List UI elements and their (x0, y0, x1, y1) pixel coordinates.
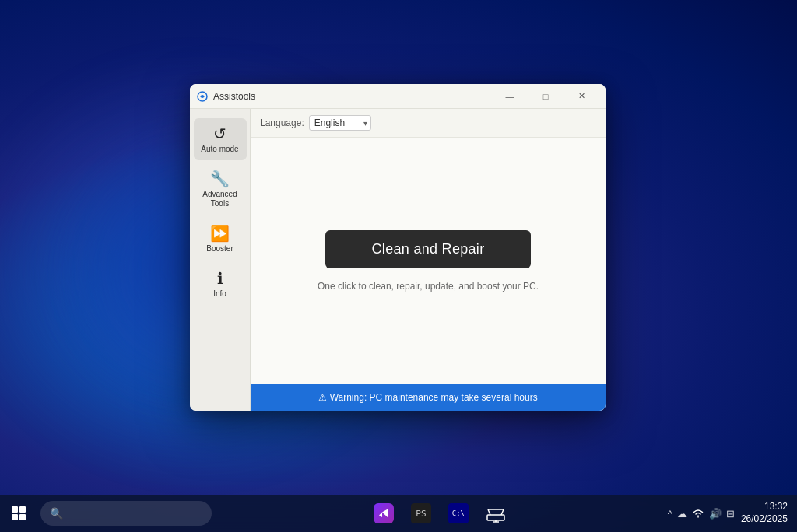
svg-line-2 (488, 509, 490, 515)
taskbar-app-cmd[interactable]: C:\ (441, 496, 476, 530)
sidebar-item-booster[interactable]: ⏩ Booster (194, 218, 247, 260)
app-window: Assistools — □ ✕ ↺ Auto mode 🔧 Advanced … (190, 84, 606, 411)
clock-time: 13:32 (741, 501, 788, 513)
search-icon: 🔍 (50, 507, 63, 520)
sidebar-item-advanced-tools[interactable]: 🔧 Advanced Tools (194, 163, 247, 215)
system-tray: ^ ☁ 🔊 ⊟ (668, 507, 735, 520)
tray-wifi-icon[interactable] (692, 507, 704, 520)
clock-date: 26/02/2025 (741, 513, 788, 526)
taskbar: 🔍 PS C:\ (0, 495, 797, 532)
window-body: ↺ Auto mode 🔧 Advanced Tools ⏩ Booster ℹ… (190, 109, 606, 411)
svg-rect-1 (487, 515, 504, 520)
content-area: Clean and Repair One click to clean, rep… (251, 138, 606, 384)
minimize-button[interactable]: — (492, 84, 528, 109)
advanced-tools-icon: 🔧 (210, 171, 230, 187)
tray-volume-icon[interactable]: 🔊 (709, 508, 722, 520)
info-icon: ℹ (217, 271, 223, 286)
cmd-icon: C:\ (448, 503, 469, 523)
auto-mode-icon: ↺ (213, 126, 226, 142)
language-select[interactable]: English ▾ (309, 115, 371, 131)
taskbar-right: ^ ☁ 🔊 ⊟ 13:32 26/02/2025 (668, 501, 797, 525)
tray-battery-icon[interactable]: ⊟ (726, 508, 735, 520)
taskbar-search[interactable]: 🔍 (40, 501, 212, 526)
sidebar-label-advanced-tools: Advanced Tools (197, 190, 244, 208)
clean-repair-button[interactable]: Clean and Repair (325, 230, 532, 268)
start-button[interactable] (0, 495, 37, 532)
taskbar-app-terminal[interactable]: PS (404, 496, 438, 530)
taskbar-clock[interactable]: 13:32 26/02/2025 (741, 501, 788, 525)
subtitle-text: One click to clean, repair, update, and … (318, 281, 539, 292)
sidebar-item-auto-mode[interactable]: ↺ Auto mode (194, 118, 247, 160)
visual-studio-icon (374, 503, 394, 523)
tray-cloud-icon[interactable]: ☁ (677, 508, 687, 520)
language-value: English (314, 117, 345, 128)
language-dropdown-arrow: ▾ (363, 119, 367, 128)
close-button[interactable]: ✕ (564, 84, 599, 109)
network-monitor-icon (486, 503, 506, 523)
booster-icon: ⏩ (210, 226, 230, 241)
app-icon (196, 90, 209, 103)
titlebar: Assistools — □ ✕ (190, 84, 606, 109)
sidebar: ↺ Auto mode 🔧 Advanced Tools ⏩ Booster ℹ… (190, 109, 251, 411)
language-bar: Language: English ▾ (251, 109, 606, 138)
maximize-button[interactable]: □ (528, 84, 564, 109)
language-label: Language: (260, 117, 304, 128)
titlebar-controls: — □ ✕ (492, 84, 599, 109)
terminal-icon: PS (411, 503, 431, 523)
svg-line-3 (501, 509, 504, 515)
sidebar-label-info: Info (213, 289, 226, 299)
sidebar-label-auto-mode: Auto mode (201, 145, 238, 154)
sidebar-item-info[interactable]: ℹ Info (194, 263, 247, 305)
taskbar-app-visual-studio[interactable] (367, 496, 401, 530)
tray-chevron-icon[interactable]: ^ (668, 508, 672, 520)
taskbar-pinned-apps: PS C:\ (212, 496, 668, 530)
windows-logo-icon (12, 506, 26, 520)
sidebar-label-booster: Booster (206, 244, 233, 254)
window-title: Assistools (213, 91, 492, 102)
taskbar-app-network[interactable] (479, 496, 513, 530)
main-content: Language: English ▾ Clean and Repair One… (251, 109, 606, 411)
warning-bar: ⚠ Warning: PC maintenance may take sever… (251, 384, 606, 411)
